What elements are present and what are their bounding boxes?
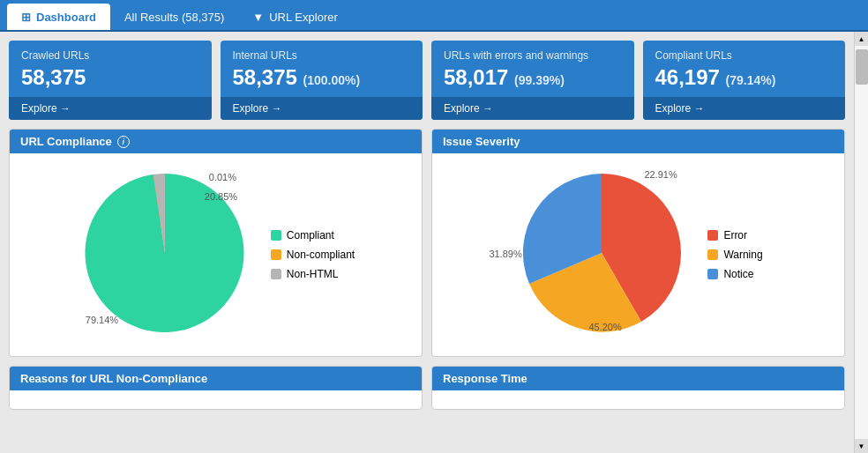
- label-001: 0.01%: [209, 172, 236, 182]
- tab-all-results[interactable]: All Results (58,375): [110, 4, 238, 30]
- error-dot: [707, 230, 718, 241]
- metric-card-body-0: Crawled URLs 58,375: [9, 41, 212, 97]
- severity-legend: Error Warning Notice: [707, 229, 762, 280]
- legend-noncompliant: Non-compliant: [271, 249, 355, 261]
- bottom-row: Reasons for URL Non-Compliance Response …: [9, 366, 845, 410]
- response-time-header: Response Time: [432, 367, 844, 390]
- label-2291: 22.91%: [644, 169, 677, 180]
- scroll-thumb[interactable]: [856, 49, 868, 85]
- tab-url-explorer[interactable]: ▼ URL Explorer: [238, 4, 351, 30]
- metric-card-body-2: URLs with errors and warnings 58,017 (99…: [431, 41, 634, 97]
- metric-card-value-2: 58,017 (99.39%): [444, 65, 622, 90]
- compliance-header: URL Compliance i: [10, 130, 422, 153]
- severity-chart-container: 22.91% 31.89% 45.20% Error Warning: [513, 165, 762, 345]
- content-area: Crawled URLs 58,375 Explore → Internal U…: [0, 32, 868, 453]
- label-7914: 79.14%: [86, 315, 118, 325]
- response-time-panel: Response Time: [431, 366, 845, 410]
- legend-compliant: Compliant: [271, 229, 355, 241]
- severity-pie: 22.91% 31.89% 45.20%: [513, 165, 690, 345]
- label-2085: 20.85%: [205, 191, 237, 202]
- metric-card-title-2: URLs with errors and warnings: [444, 49, 622, 62]
- notice-dot: [707, 269, 718, 279]
- legend-warning: Warning: [707, 249, 762, 261]
- scroll-down-button[interactable]: ▼: [855, 439, 869, 453]
- compliance-chart-body: 0.01% 20.85% 79.14% Compliant Non-c: [10, 153, 422, 356]
- metric-card-footer-2[interactable]: Explore →: [431, 97, 634, 120]
- compliance-chart-container: 0.01% 20.85% 79.14% Compliant Non-c: [77, 165, 355, 345]
- legend-error: Error: [707, 229, 762, 241]
- filter-icon: ▼: [252, 11, 264, 24]
- scrollbar: ▲ ▼: [854, 32, 868, 453]
- nonhtml-dot: [271, 269, 281, 279]
- metric-card-title-0: Crawled URLs: [21, 49, 199, 62]
- warning-dot: [707, 249, 718, 260]
- legend-notice: Notice: [707, 268, 762, 280]
- compliance-pie: 0.01% 20.85% 79.14%: [77, 165, 253, 345]
- tab-dashboard[interactable]: ⊞ Dashboard: [7, 4, 110, 30]
- dashboard-icon: ⊞: [21, 11, 31, 24]
- metric-card-title-3: Compliant URLs: [655, 49, 834, 62]
- metric-card-2: URLs with errors and warnings 58,017 (99…: [431, 41, 634, 120]
- severity-chart-body: 22.91% 31.89% 45.20% Error Warning: [432, 153, 844, 356]
- metric-card-title-1: Internal URLs: [233, 49, 411, 62]
- metric-card-1: Internal URLs 58,375 (100.00%) Explore →: [221, 41, 423, 120]
- metric-card-3: Compliant URLs 46,197 (79.14%) Explore →: [643, 41, 846, 120]
- metric-card-value-0: 58,375: [21, 65, 199, 90]
- metric-card-footer-1[interactable]: Explore →: [221, 97, 423, 120]
- metric-card-value-1: 58,375 (100.00%): [233, 65, 411, 90]
- metric-card-0: Crawled URLs 58,375 Explore →: [9, 41, 212, 120]
- tab-bar: ⊞ Dashboard All Results (58,375) ▼ URL E…: [0, 0, 868, 32]
- label-3189: 31.89%: [489, 249, 521, 259]
- metric-card-value-3: 46,197 (79.14%): [655, 65, 834, 90]
- compliance-legend: Compliant Non-compliant Non-HTML: [271, 229, 355, 280]
- noncompliance-header: Reasons for URL Non-Compliance: [10, 367, 422, 390]
- metric-cards: Crawled URLs 58,375 Explore → Internal U…: [9, 41, 845, 120]
- scroll-track[interactable]: [855, 46, 869, 439]
- metric-card-footer-3[interactable]: Explore →: [643, 97, 846, 120]
- main-content: Crawled URLs 58,375 Explore → Internal U…: [0, 32, 854, 453]
- severity-panel: Issue Severity: [431, 129, 845, 357]
- compliant-dot: [271, 230, 281, 241]
- noncompliance-panel: Reasons for URL Non-Compliance: [9, 366, 423, 410]
- info-icon[interactable]: i: [117, 136, 130, 148]
- label-4520: 45.20%: [588, 322, 621, 332]
- severity-header: Issue Severity: [432, 130, 844, 153]
- legend-nonhtml: Non-HTML: [271, 268, 355, 280]
- metric-card-body-3: Compliant URLs 46,197 (79.14%): [643, 41, 846, 97]
- metric-card-body-1: Internal URLs 58,375 (100.00%): [221, 41, 423, 97]
- compliance-panel: URL Compliance i: [9, 129, 423, 357]
- charts-row: URL Compliance i: [9, 129, 845, 357]
- noncompliant-dot: [271, 249, 281, 260]
- metric-card-footer-0[interactable]: Explore →: [9, 97, 212, 120]
- scroll-up-button[interactable]: ▲: [855, 32, 869, 46]
